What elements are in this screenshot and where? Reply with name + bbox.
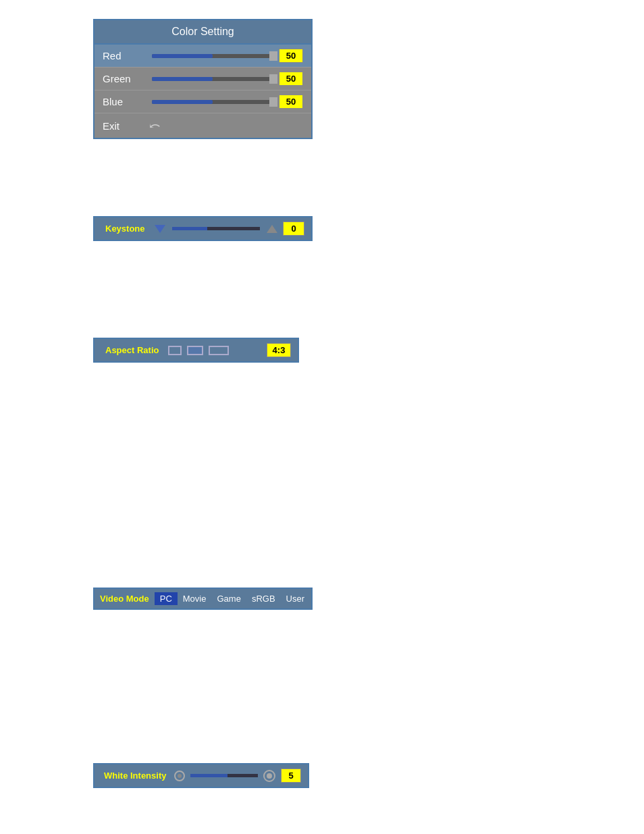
color-setting-title: Color Setting bbox=[95, 20, 311, 45]
red-row[interactable]: Red 50 bbox=[95, 45, 311, 68]
green-slider[interactable] bbox=[152, 77, 273, 81]
aspect-icon-small[interactable] bbox=[168, 346, 182, 355]
green-value: 50 bbox=[279, 72, 303, 86]
video-mode-user[interactable]: User bbox=[281, 592, 310, 605]
aspect-ratio-label: Aspect Ratio bbox=[101, 344, 163, 357]
keystone-panel: Keystone 0 bbox=[93, 216, 313, 241]
keystone-label: Keystone bbox=[101, 222, 149, 235]
video-mode-options: PC Movie Game sRGB User bbox=[155, 592, 311, 605]
video-mode-movie[interactable]: Movie bbox=[178, 592, 212, 605]
exit-label: Exit bbox=[103, 120, 146, 132]
white-intensity-min-icon bbox=[174, 771, 185, 781]
blue-row[interactable]: Blue 50 bbox=[95, 90, 311, 113]
keystone-value: 0 bbox=[283, 221, 304, 236]
white-intensity-max-icon bbox=[263, 770, 275, 782]
aspect-icon-medium[interactable] bbox=[187, 346, 203, 355]
exit-row[interactable]: Exit ⤺ bbox=[95, 113, 311, 138]
video-mode-pc[interactable]: PC bbox=[155, 592, 178, 605]
video-mode-game[interactable]: Game bbox=[211, 592, 246, 605]
video-mode-label: Video Mode bbox=[95, 592, 155, 605]
white-intensity-value: 5 bbox=[281, 768, 301, 783]
keystone-controls bbox=[155, 225, 277, 233]
green-row[interactable]: Green 50 bbox=[95, 68, 311, 90]
red-value: 50 bbox=[279, 49, 303, 63]
blue-label: Blue bbox=[103, 96, 146, 107]
aspect-icons bbox=[168, 346, 261, 355]
aspect-ratio-panel: Aspect Ratio 4:3 bbox=[93, 338, 299, 363]
white-intensity-panel: White Intensity 5 bbox=[93, 763, 309, 788]
keystone-decrease-button[interactable] bbox=[155, 225, 165, 233]
color-setting-panel: Color Setting Red 50 Green 50 Blue bbox=[93, 19, 313, 139]
white-intensity-track bbox=[190, 774, 258, 777]
red-label: Red bbox=[103, 50, 146, 61]
keystone-track bbox=[172, 227, 260, 230]
blue-value: 50 bbox=[279, 95, 303, 109]
aspect-value: 4:3 bbox=[267, 343, 291, 357]
exit-icon: ⤺ bbox=[149, 118, 161, 134]
white-intensity-label: White Intensity bbox=[101, 769, 169, 782]
video-mode-srgb[interactable]: sRGB bbox=[246, 592, 281, 605]
aspect-icon-wide[interactable] bbox=[209, 346, 229, 355]
video-mode-panel: Video Mode PC Movie Game sRGB User bbox=[93, 588, 313, 610]
green-label: Green bbox=[103, 73, 146, 84]
blue-slider[interactable] bbox=[152, 100, 273, 104]
red-slider[interactable] bbox=[152, 54, 273, 58]
keystone-increase-button[interactable] bbox=[267, 225, 277, 233]
